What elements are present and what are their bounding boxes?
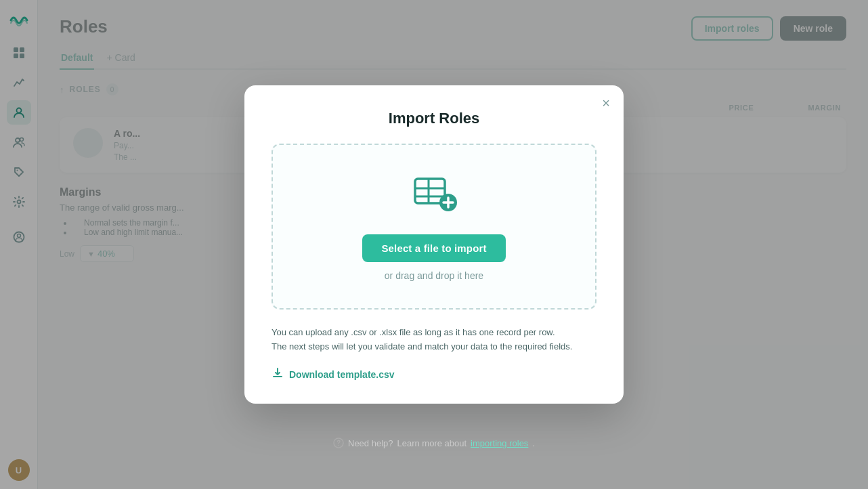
download-icon — [272, 367, 284, 382]
download-row: Download template.csv — [272, 367, 596, 382]
svg-point-19 — [338, 445, 339, 446]
import-info-text: You can upload any .csv or .xlsx file as… — [272, 326, 596, 354]
drag-drop-label: or drag and drop it here — [385, 270, 483, 281]
help-suffix: . — [532, 438, 535, 448]
select-file-button[interactable]: Select a file to import — [362, 234, 505, 262]
help-link[interactable]: importing roles — [471, 438, 528, 448]
modal-title: Import Roles — [272, 110, 596, 127]
import-table-icon — [410, 172, 458, 221]
file-drop-zone[interactable]: Select a file to import or drag and drop… — [272, 144, 596, 310]
import-roles-modal: × Import Roles Select a file to import o… — [244, 85, 624, 404]
help-prefix: Need help? — [348, 438, 393, 448]
modal-close-button[interactable]: × — [602, 96, 610, 110]
modal-overlay: × Import Roles Select a file to import o… — [0, 0, 868, 489]
help-text: Learn more about — [397, 438, 466, 448]
download-template-link[interactable]: Download template.csv — [289, 369, 395, 381]
help-row: Need help? Learn more about importing ro… — [333, 438, 535, 448]
